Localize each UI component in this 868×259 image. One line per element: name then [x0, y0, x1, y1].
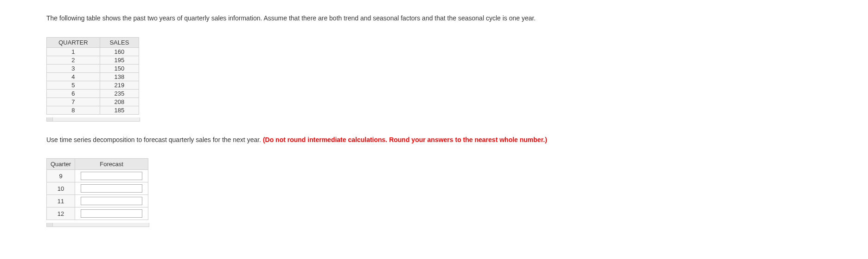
sales-cell: 185 — [100, 106, 139, 114]
forecast-table-header-quarter: Quarter — [47, 159, 75, 170]
table-row: 7208 — [47, 97, 139, 106]
forecast-table-header-forecast: Forecast — [75, 159, 148, 170]
instruction-text: Use time series decomposition to forecas… — [46, 136, 822, 145]
table-row: 4138 — [47, 72, 139, 81]
sales-cell: 235 — [100, 89, 139, 97]
forecast-table: Quarter Forecast 9 10 11 12 — [46, 158, 148, 220]
table-row: 1160 — [47, 47, 139, 56]
forecast-input-cell — [75, 182, 148, 195]
forecast-input-cell — [75, 195, 148, 207]
scroll-indicator[interactable] — [46, 223, 149, 227]
sales-table-header-quarter: QUARTER — [47, 37, 100, 47]
sales-cell: 219 — [100, 81, 139, 89]
forecast-quarter-cell: 10 — [47, 182, 75, 195]
scroll-indicator[interactable] — [46, 117, 140, 122]
forecast-input-cell — [75, 207, 148, 220]
forecast-quarter-cell: 11 — [47, 195, 75, 207]
table-row: 2195 — [47, 56, 139, 64]
forecast-quarter-cell: 12 — [47, 207, 75, 220]
table-row: 6235 — [47, 89, 139, 97]
forecast-input[interactable] — [81, 209, 143, 218]
sales-table: QUARTER SALES 1160 2195 3150 4138 5219 6… — [46, 37, 139, 115]
table-row: 10 — [47, 182, 148, 195]
forecast-input[interactable] — [81, 184, 143, 193]
table-row: 9 — [47, 170, 148, 182]
table-row: 3150 — [47, 64, 139, 72]
table-row: 8185 — [47, 106, 139, 114]
quarter-cell: 7 — [47, 97, 100, 106]
quarter-cell: 4 — [47, 72, 100, 81]
forecast-input[interactable] — [81, 172, 143, 180]
sales-cell: 150 — [100, 64, 139, 72]
forecast-input-cell — [75, 170, 148, 182]
sales-cell: 208 — [100, 97, 139, 106]
table-row: 11 — [47, 195, 148, 207]
sales-table-header-sales: SALES — [100, 37, 139, 47]
forecast-quarter-cell: 9 — [47, 170, 75, 182]
instruction-plain: Use time series decomposition to forecas… — [46, 136, 263, 143]
quarter-cell: 3 — [47, 64, 100, 72]
table-row: 12 — [47, 207, 148, 220]
intro-text: The following table shows the past two y… — [46, 14, 822, 23]
quarter-cell: 2 — [47, 56, 100, 64]
quarter-cell: 1 — [47, 47, 100, 56]
quarter-cell: 6 — [47, 89, 100, 97]
sales-cell: 160 — [100, 47, 139, 56]
quarter-cell: 8 — [47, 106, 100, 114]
forecast-input[interactable] — [81, 197, 143, 205]
sales-cell: 138 — [100, 72, 139, 81]
table-row: 5219 — [47, 81, 139, 89]
sales-cell: 195 — [100, 56, 139, 64]
instruction-red: (Do not round intermediate calculations.… — [263, 136, 547, 143]
quarter-cell: 5 — [47, 81, 100, 89]
